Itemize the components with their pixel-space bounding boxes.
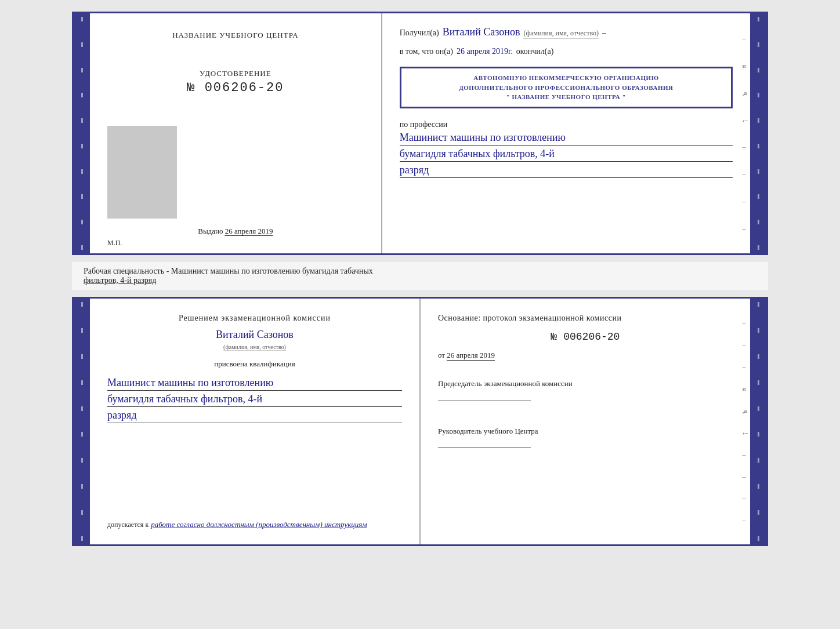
qualification-label: присвоена квалификация bbox=[107, 359, 402, 369]
received-row: Получил(а) Виталий Сазонов (фамилия, имя… bbox=[400, 26, 733, 39]
cert-bottom-right-panel: Основание: протокол экзаменационной коми… bbox=[421, 299, 750, 544]
profession-section: по профессии Машинист машины по изготовл… bbox=[400, 119, 733, 178]
qual-line3: разряд bbox=[107, 409, 402, 423]
recipient-name: Виталий Сазонов bbox=[443, 26, 520, 38]
cert-right-panel: Получил(а) Виталий Сазонов (фамилия, имя… bbox=[382, 13, 750, 253]
cert-bottom-left-panel: Решением экзаменационной комиссии Витали… bbox=[90, 299, 421, 544]
dash-separator: – bbox=[602, 28, 606, 38]
qual-line1: Машинист машины по изготовлению bbox=[107, 377, 402, 391]
basis-date-row: от 26 апреля 2019 bbox=[438, 351, 733, 361]
decision-title: Решением экзаменационной комиссии bbox=[107, 314, 402, 323]
stamp-box: АВТОНОМНУЮ НЕКОММЕРЧЕСКУЮ ОРГАНИЗАЦИЮ ДО… bbox=[400, 67, 733, 108]
chairman-label: Председатель экзаменационной комиссии bbox=[438, 378, 733, 390]
side-marks-bottom: – – – и ,а ‹– – – – – bbox=[740, 299, 750, 544]
bottom-name-section: Виталий Сазонов (фамилия, имя, отчество) bbox=[107, 329, 402, 351]
name-subtitle-top: (фамилия, имя, отчество) bbox=[523, 29, 598, 39]
bottom-specialty-area: Рабочая специальность - Машинист машины … bbox=[72, 262, 768, 290]
profession-line2: бумагидля табачных фильтров, 4-й bbox=[400, 148, 733, 162]
allowed-label: допускается к bbox=[107, 521, 149, 529]
in-that-row: в том, что он(а) 26 апреля 2019г. окончи… bbox=[400, 47, 733, 56]
allowed-text: работе согласно должностным (производств… bbox=[151, 520, 367, 529]
cert-label: УДОСТОВЕРЕНИЕ bbox=[200, 69, 271, 78]
basis-number: № 006206-20 bbox=[438, 331, 733, 343]
received-label: Получил(а) bbox=[400, 28, 439, 38]
stamp-line2: ДОПОЛНИТЕЛЬНОГО ПРОФЕССИОНАЛЬНОГО ОБРАЗО… bbox=[410, 83, 723, 93]
spine-left bbox=[74, 13, 90, 253]
certificate-bottom: Решением экзаменационной комиссии Витали… bbox=[72, 297, 768, 546]
bottom-name-subtitle: (фамилия, имя, отчество) bbox=[223, 344, 286, 351]
basis-title: Основание: протокол экзаменационной коми… bbox=[438, 314, 733, 323]
issued-label: Выдано bbox=[198, 227, 223, 235]
profession-line1: Машинист машины по изготовлению bbox=[400, 132, 733, 146]
chairman-section: Председатель экзаменационной комиссии bbox=[438, 378, 733, 403]
basis-date-value: 26 апреля 2019 bbox=[447, 351, 495, 361]
cert-left-panel: НАЗВАНИЕ УЧЕБНОГО ЦЕНТРА УДОСТОВЕРЕНИЕ №… bbox=[90, 13, 382, 253]
issued-info: Выдано 26 апреля 2019 bbox=[198, 227, 273, 236]
bottom-recipient-name: Виталий Сазонов bbox=[216, 329, 294, 340]
head-section: Руководитель учебного Центра bbox=[438, 426, 733, 451]
photo-placeholder bbox=[107, 126, 177, 219]
spine-right bbox=[750, 13, 766, 253]
head-label: Руководитель учебного Центра bbox=[438, 426, 733, 437]
side-marks-top: – и ,а ‹– – – – – bbox=[740, 13, 750, 253]
qualification-section: Машинист машины по изготовлению бумагидл… bbox=[107, 375, 402, 423]
basis-date-prefix: от bbox=[438, 351, 445, 359]
stamp-line3: " НАЗВАНИЕ УЧЕБНОГО ЦЕНТРА " bbox=[410, 92, 723, 102]
mp-label: М.П. bbox=[107, 239, 122, 248]
chairman-signature-line bbox=[438, 390, 531, 401]
head-signature-line bbox=[438, 437, 531, 448]
in-that-label: в том, что он(а) bbox=[400, 47, 453, 56]
issued-date: 26 апреля 2019 bbox=[225, 227, 273, 236]
certificate-top: НАЗВАНИЕ УЧЕБНОГО ЦЕНТРА УДОСТОВЕРЕНИЕ №… bbox=[72, 12, 768, 255]
profession-label: по профессии bbox=[400, 120, 448, 129]
date-handwritten: 26 апреля 2019г. bbox=[457, 47, 513, 56]
finished-label: окончил(а) bbox=[516, 47, 554, 56]
allowed-section: допускается к работе согласно должностны… bbox=[107, 510, 402, 529]
stamp-line1: АВТОНОМНУЮ НЕКОММЕРЧЕСКУЮ ОРГАНИЗАЦИЮ bbox=[410, 73, 723, 83]
spine-left-bottom bbox=[74, 299, 90, 544]
spine-right-bottom bbox=[750, 299, 766, 544]
bottom-specialty-underline: фильтров, 4-й разряд bbox=[84, 276, 156, 285]
training-center-title-top: НАЗВАНИЕ УЧЕБНОГО ЦЕНТРА bbox=[172, 31, 298, 40]
bottom-specialty-text: Рабочая специальность - Машинист машины … bbox=[84, 267, 373, 275]
cert-number: № 006206-20 bbox=[187, 81, 284, 95]
qual-line2: бумагидля табачных фильтров, 4-й bbox=[107, 393, 402, 407]
profession-line3: разряд bbox=[400, 164, 733, 178]
